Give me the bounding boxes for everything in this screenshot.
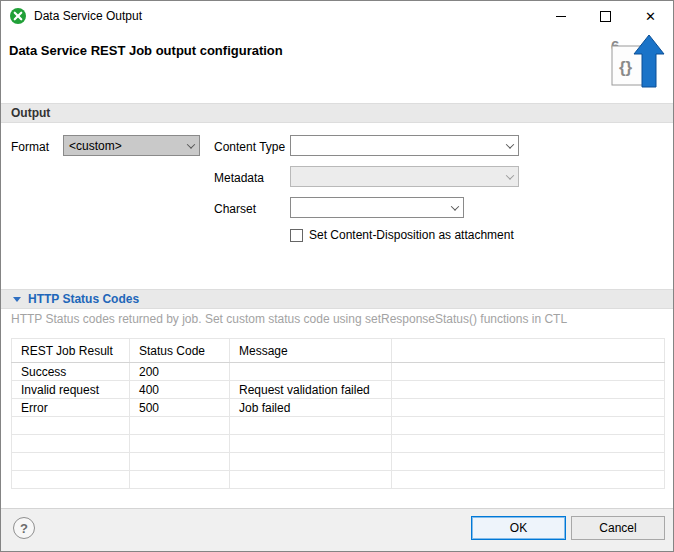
chevron-down-icon — [501, 167, 518, 186]
table-cell — [392, 435, 665, 453]
cancel-button[interactable]: Cancel — [571, 516, 665, 540]
data-service-output-dialog: Data Service Output ✕ Data Service REST … — [0, 0, 674, 552]
format-value: <custom> — [64, 139, 182, 153]
close-button[interactable]: ✕ — [628, 1, 673, 31]
table-cell — [392, 471, 665, 489]
charset-label: Charset — [214, 202, 256, 216]
table-cell — [12, 435, 130, 453]
data-service-icon: 6 {} — [607, 33, 665, 95]
window-title: Data Service Output — [34, 9, 142, 23]
table-cell: Error — [12, 399, 130, 417]
cancel-button-label: Cancel — [599, 521, 636, 535]
http-status-codes-section-header[interactable]: HTTP Status Codes — [1, 289, 673, 309]
table-row[interactable] — [12, 417, 665, 435]
table-row[interactable]: Error500Job failed — [12, 399, 665, 417]
close-icon: ✕ — [645, 10, 656, 23]
table-cell — [392, 453, 665, 471]
help-icon: ? — [20, 521, 28, 536]
svg-text:{}: {} — [619, 58, 633, 77]
table-cell — [12, 417, 130, 435]
maximize-button[interactable] — [583, 1, 628, 31]
checkbox-icon — [290, 229, 303, 242]
table-cell — [130, 453, 230, 471]
triangle-down-icon — [13, 297, 21, 302]
table-cell — [392, 363, 665, 381]
help-button[interactable]: ? — [13, 517, 35, 539]
table-cell — [392, 381, 665, 399]
chevron-down-icon — [182, 136, 199, 155]
window-controls: ✕ — [538, 1, 673, 31]
dialog-header: Data Service REST Job output configurati… — [1, 31, 673, 103]
table-cell: 400 — [130, 381, 230, 399]
table-cell — [230, 453, 392, 471]
column-header[interactable] — [392, 339, 665, 363]
column-header[interactable]: Status Code — [130, 339, 230, 363]
table-cell — [392, 399, 665, 417]
column-header[interactable]: REST Job Result — [12, 339, 130, 363]
table-row[interactable]: Success200 — [12, 363, 665, 381]
table-cell — [230, 363, 392, 381]
column-header[interactable]: Message — [230, 339, 392, 363]
chevron-down-icon — [501, 136, 518, 155]
table-cell: 500 — [130, 399, 230, 417]
content-type-label: Content Type — [214, 140, 285, 154]
table-row[interactable] — [12, 435, 665, 453]
table-cell — [230, 435, 392, 453]
app-logo-icon — [10, 8, 26, 24]
status-table-head-row: REST Job ResultStatus CodeMessage — [12, 339, 665, 363]
http-status-codes-title: HTTP Status Codes — [28, 292, 139, 306]
http-status-codes-description: HTTP Status codes returned by job. Set c… — [11, 312, 567, 326]
table-row[interactable] — [12, 453, 665, 471]
titlebar: Data Service Output ✕ — [1, 1, 673, 31]
minimize-icon — [556, 16, 566, 17]
table-cell — [392, 417, 665, 435]
table-cell — [130, 471, 230, 489]
table-cell — [130, 417, 230, 435]
table-cell: Request validation failed — [230, 381, 392, 399]
content-type-select[interactable] — [290, 135, 519, 156]
charset-select[interactable] — [290, 197, 464, 218]
chevron-down-icon — [446, 198, 463, 217]
metadata-select[interactable] — [290, 166, 519, 187]
table-cell — [230, 471, 392, 489]
table-cell — [12, 471, 130, 489]
ok-button-label: OK — [510, 521, 527, 535]
table-row[interactable] — [12, 471, 665, 489]
metadata-label: Metadata — [214, 171, 264, 185]
table-cell: Success — [12, 363, 130, 381]
page-title: Data Service REST Job output configurati… — [9, 43, 283, 58]
table-cell — [230, 417, 392, 435]
table-cell — [130, 435, 230, 453]
format-select[interactable]: <custom> — [63, 135, 200, 156]
dialog-footer: ? OK Cancel — [1, 508, 673, 551]
ok-button[interactable]: OK — [471, 516, 566, 540]
minimize-button[interactable] — [538, 1, 583, 31]
table-cell: Job failed — [230, 399, 392, 417]
table-cell — [12, 453, 130, 471]
output-section-header: Output — [1, 103, 673, 123]
content-disposition-checkbox[interactable]: Set Content-Disposition as attachment — [290, 228, 514, 242]
status-table-body: Success200Invalid request400Request vali… — [12, 363, 665, 489]
table-cell: Invalid request — [12, 381, 130, 399]
format-label: Format — [11, 140, 49, 154]
content-disposition-label: Set Content-Disposition as attachment — [309, 228, 514, 242]
table-cell: 200 — [130, 363, 230, 381]
output-section-title: Output — [11, 106, 50, 120]
table-row[interactable]: Invalid request400Request validation fai… — [12, 381, 665, 399]
status-codes-table: REST Job ResultStatus CodeMessage Succes… — [11, 338, 665, 489]
maximize-icon — [600, 11, 611, 22]
